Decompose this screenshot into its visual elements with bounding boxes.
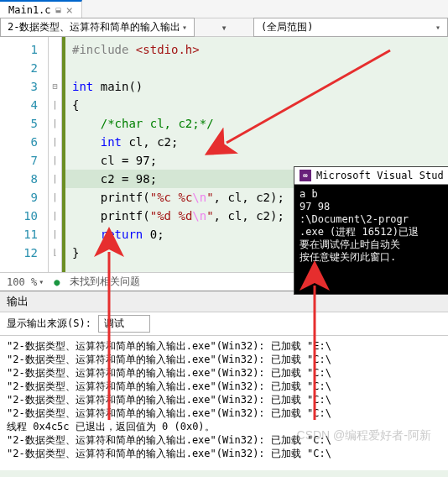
file-tab[interactable]: Main1.c ⬓ × (0, 0, 82, 18)
console-window[interactable]: ∞ Microsoft Visual Stud a b 97 98 :\Docu… (294, 166, 448, 295)
file-scope-label: 2-数据类型、运算符和简单的输入输出 (8, 20, 180, 34)
toolbar-sep: ▾ (195, 22, 253, 34)
scope-dropdown[interactable]: (全局范围) ▾ (253, 18, 448, 37)
console-titlebar[interactable]: ∞ Microsoft Visual Stud (294, 167, 448, 185)
nav-toolbar: 2-数据类型、运算符和简单的输入输出 ▾ ▾ (全局范围) ▾ (0, 18, 448, 37)
output-source-row: 显示输出来源(S): 调试 (0, 312, 448, 336)
chevron-down-icon: ▾ (435, 23, 440, 32)
console-body: a b 97 98 :\Document\2-progr .exe (进程 16… (294, 185, 448, 294)
scope-label: (全局范围) (261, 20, 313, 34)
tab-bar: Main1.c ⬓ × (0, 0, 448, 18)
fold-gutter: ⊟ ||||||||⌊ (49, 37, 62, 272)
output-src-dropdown[interactable]: 调试 (98, 315, 150, 333)
output-body[interactable]: "2-数据类型、运算符和简单的输入输出.exe"(Win32): 已加载 "E:… (0, 336, 448, 470)
file-scope-dropdown[interactable]: 2-数据类型、运算符和简单的输入输出 ▾ (0, 18, 195, 37)
chevron-down-icon: ▾ (182, 23, 187, 32)
tab-filename: Main1.c (8, 4, 51, 16)
status-text: 未找到相关问题 (70, 275, 140, 289)
fold-icon[interactable]: ⊟ (49, 77, 61, 96)
close-icon[interactable]: × (66, 3, 73, 17)
console-title-text: Microsoft Visual Stud (316, 170, 444, 181)
chevron-down-icon: ▾ (39, 277, 44, 286)
vs-icon: ∞ (300, 170, 311, 181)
check-icon: ● (54, 276, 60, 288)
output-src-label: 显示输出来源(S): (7, 317, 91, 331)
zoom-value: 100 % (7, 276, 37, 288)
zoom-control[interactable]: 100 % ▾ (7, 276, 44, 288)
line-numbers: 123 456 789 101112 (0, 37, 49, 272)
pin-icon[interactable]: ⬓ (56, 5, 61, 14)
